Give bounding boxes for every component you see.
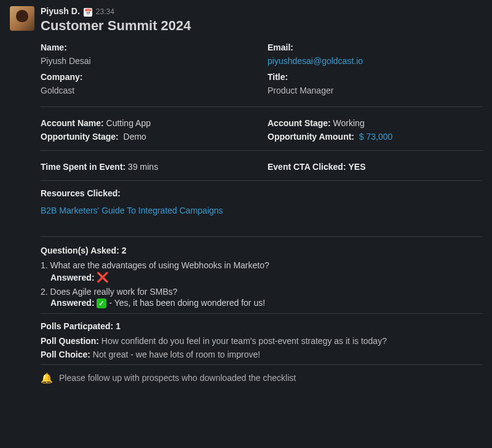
cta-clicked-label: Event CTA Clicked:: [268, 162, 346, 172]
x-icon: ❌: [97, 272, 109, 282]
name-value: Piyush Desai: [41, 56, 255, 66]
account-name-value: Cutting App: [106, 118, 151, 128]
poster-name[interactable]: Piyush D.: [41, 6, 80, 16]
timestamp[interactable]: 23:34: [96, 7, 114, 16]
question-2-answer-text: - Yes, it has been doing wondered for us…: [109, 298, 265, 308]
poll-question-label: Poll Question:: [41, 336, 99, 346]
avatar[interactable]: [10, 6, 34, 31]
poll-question-line: Poll Question: How confident do you feel…: [41, 336, 482, 346]
email-label: Email:: [268, 42, 482, 52]
app-calendar-icon: 📅: [84, 8, 92, 17]
time-spent-label: Time Spent in Event:: [41, 162, 125, 172]
message-content: Piyush D. 📅 23:34 Customer Summit 2024 N…: [41, 6, 482, 384]
question-2: 2. Does Agile really work for SMBs?: [41, 287, 482, 297]
contact-grid: Name: Piyush Desai Company: Goldcast Ema…: [41, 40, 482, 102]
account-stage-label: Account Stage:: [268, 118, 331, 128]
engagement-grid: Time Spent in Event: 39 mins Event CTA C…: [41, 158, 482, 175]
divider: [41, 106, 482, 107]
question-2-answered: Answered: ✓ - Yes, it has been doing won…: [50, 298, 482, 308]
answered-label: Answered:: [50, 298, 95, 308]
account-grid: Account Name: Cutting App Opportunity St…: [41, 114, 482, 145]
question-1-answered: Answered: ❌: [50, 271, 482, 283]
account-stage-value: Working: [333, 118, 365, 128]
message-header: Piyush D. 📅 23:34: [41, 6, 482, 17]
email-value[interactable]: piyushdesai@goldcast.io: [268, 56, 482, 66]
opportunity-stage-line: Opportunity Stage: Demo: [41, 132, 255, 142]
check-icon: ✓: [97, 298, 106, 308]
divider: [41, 364, 482, 365]
divider: [41, 180, 482, 181]
title-value: Product Manager: [268, 86, 482, 95]
opportunity-stage-label: Opportunity Stage:: [41, 132, 119, 142]
answered-label: Answered:: [50, 273, 95, 282]
event-title: Customer Summit 2024: [41, 18, 482, 34]
opportunity-amount-value: $ 73,000: [359, 132, 393, 142]
opportunity-amount-line: Opportunity Amount: $ 73,000: [268, 132, 482, 142]
slack-message: Piyush D. 📅 23:34 Customer Summit 2024 N…: [0, 0, 492, 390]
questions-label: Question(s) Asked: 2: [41, 246, 482, 255]
account-name-label: Account Name:: [41, 118, 104, 128]
account-name-line: Account Name: Cutting App: [41, 118, 255, 128]
divider: [41, 236, 482, 237]
time-spent-value: 39 mins: [128, 162, 158, 172]
name-label: Name:: [41, 42, 255, 52]
resource-link[interactable]: B2B Marketers' Guide To Integrated Campa…: [41, 206, 223, 215]
cta-clicked-line: Event CTA Clicked: YES: [268, 162, 482, 172]
poll-choice-line: Poll Choice: Not great - we have lots of…: [41, 350, 482, 359]
opportunity-stage-value: Demo: [124, 132, 146, 142]
time-spent-line: Time Spent in Event: 39 mins: [41, 162, 255, 172]
company-value: Goldcast: [41, 86, 255, 95]
company-label: Company:: [41, 72, 255, 82]
footer-text: Please follow up with prospects who down…: [59, 373, 296, 383]
poll-choice-label: Poll Choice:: [41, 350, 90, 359]
account-stage-line: Account Stage: Working: [268, 118, 482, 128]
bell-icon: 🔔: [41, 372, 53, 384]
opportunity-amount-label: Opportunity Amount:: [268, 132, 354, 142]
title-label: Title:: [268, 72, 482, 82]
cta-clicked-value: YES: [348, 162, 365, 172]
divider: [41, 313, 482, 314]
resources-label: Resources Clicked:: [41, 188, 482, 198]
divider: [41, 150, 482, 151]
question-1: 1. What are the advantages of using Webh…: [41, 260, 482, 270]
polls-label: Polls Particpated: 1: [41, 321, 482, 331]
footer-note: 🔔 Please follow up with prospects who do…: [41, 372, 482, 384]
poll-question-text: How confident do you feel in your team's…: [101, 336, 387, 346]
poll-choice-text: Not great - we have lots of room to impr…: [93, 350, 260, 359]
